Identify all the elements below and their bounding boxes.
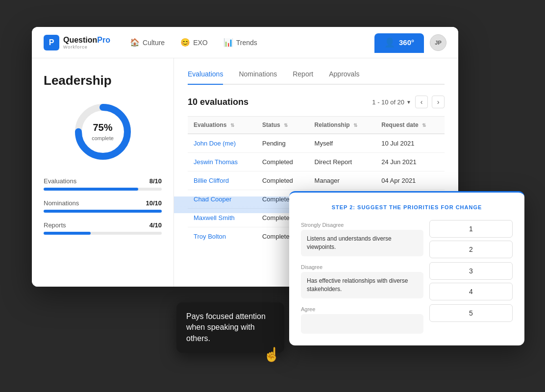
step2-text-1: Listens and understands diverse viewpoin… [301,230,423,256]
sort-icon: ⇅ [422,122,426,128]
donut-text: complete [92,135,114,141]
nav-item-label: Culture [143,39,165,47]
stat-label: Reports [44,221,66,229]
logo-name: QuestionPro [63,36,110,45]
stat-value: 4/10 [149,221,162,229]
pagination-next[interactable]: › [432,96,445,108]
stat-value: 8/10 [149,177,162,185]
donut-chart: 75% complete [44,100,162,164]
chart-icon: 📊 [223,38,233,47]
eval-date: 04 Apr 2021 [375,172,445,190]
step2-num-5[interactable]: 5 [429,304,513,322]
logo-subtitle: Workforce [63,45,110,49]
sidebar-title: Leadership [44,73,162,88]
col-request-date[interactable]: Request date ⇅ [375,117,445,134]
tab-nominations[interactable]: Nominations [239,70,277,85]
col-status[interactable]: Status ⇅ [256,117,309,134]
step2-num-2[interactable]: 2 [429,241,513,258]
step2-num-3[interactable]: 3 [429,262,513,280]
logo-icon: P [44,35,59,50]
eval-name[interactable]: Troy Bolton [188,227,256,246]
eval-name[interactable]: John Doe (me) [188,134,256,153]
tooltip-text: Pays focused attention when speaking wit… [186,312,266,343]
step2-label-3: Agree [301,304,345,312]
eval-relationship: Manager [309,172,376,190]
donut-percent: 75% [92,122,114,133]
table-row: John Doe (me) Pending Myself 10 Jul 2021 [188,134,445,153]
step2-text-2: Has effective relationships with diverse… [301,272,423,298]
step2-numbers-2: 3 4 [429,262,513,300]
stat-nominations: Nominations 10/10 [44,199,162,213]
sort-icon: ⇅ [353,122,357,128]
tab-evaluations[interactable]: Evaluations [188,70,223,85]
step2-label-1: Strongly Disagree [301,220,345,228]
step2-label-2: Disagree [301,262,345,270]
nav-item-exo[interactable]: 😊 EXO [180,38,208,47]
tab-approvals[interactable]: Approvals [329,70,359,85]
logo-text: QuestionPro Workforce [63,36,110,49]
tab-report[interactable]: Report [293,70,313,85]
eval-status: Pending [256,134,309,153]
eval-relationship: Myself [309,134,376,153]
logo: P QuestionPro Workforce [44,35,110,50]
home-icon: 🏠 [130,38,140,47]
nav-item-label: Trends [236,39,257,47]
sidebar: Leadership 75% complete [32,58,174,287]
person-360-icon: 👤 [384,37,395,48]
nav-items: 🏠 Culture 😊 EXO 📊 Trends [130,38,374,47]
nav-360[interactable]: 👤 360° [374,33,424,52]
eval-status: Completed [256,153,309,172]
step2-num-1[interactable]: 1 [429,220,513,238]
donut-wrapper: 75% complete [71,100,135,164]
stat-bar-fill [44,188,138,191]
eval-name[interactable]: Billie Clifford [188,172,256,190]
tabs: Evaluations Nominations Report Approvals [188,70,445,85]
step2-text-3 [301,314,423,334]
eval-relationship: Direct Report [309,153,376,172]
stat-bar-bg [44,210,162,213]
cursor-icon: ☝ [263,346,280,363]
nav-360-label: 360° [399,38,414,47]
eval-date: 10 Jul 2021 [375,134,445,153]
step2-title: STEP 2: SUGGEST THE PRIORITIES FOR CHANG… [301,204,513,210]
donut-label: 75% complete [92,122,114,142]
step2-num-4[interactable]: 4 [429,283,513,300]
avatar[interactable]: JP [430,34,446,51]
stat-evaluations: Evaluations 8/10 [44,177,162,191]
pagination-text[interactable]: 1 - 10 of 20 ▼ [372,98,411,106]
stat-label: Nominations [44,199,79,207]
pagination-prev[interactable]: ‹ [415,96,428,108]
pagination: 1 - 10 of 20 ▼ ‹ › [372,96,445,108]
stat-bar-bg [44,232,162,235]
eval-count: 10 evaluations [188,97,248,107]
stat-bar-bg [44,188,162,191]
eval-date: 24 Jun 2021 [375,153,445,172]
stat-bar-fill [44,210,162,213]
nav-item-label: EXO [193,39,208,47]
nav-item-culture[interactable]: 🏠 Culture [130,38,165,47]
eval-name[interactable]: Jeswin Thomas [188,153,256,172]
table-row: Billie Clifford Completed Manager 04 Apr… [188,172,445,190]
stat-reports: Reports 4/10 [44,221,162,235]
sort-icon: ⇅ [284,122,288,128]
table-row: Jeswin Thomas Completed Direct Report 24… [188,153,445,172]
step2-numbers: 1 2 [429,220,513,258]
step2-panel: STEP 2: SUGGEST THE PRIORITIES FOR CHANG… [289,191,524,345]
stat-label: Evaluations [44,177,76,185]
sort-icon: ⇅ [230,122,234,128]
stat-bar-fill [44,232,91,235]
tooltip-popup: Pays focused attention when speaking wit… [176,302,284,353]
col-evaluations[interactable]: Evaluations ⇅ [188,117,256,134]
chevron-down-icon: ▼ [406,99,411,105]
nav-bar: P QuestionPro Workforce 🏠 Culture 😊 EXO … [32,27,458,58]
eval-header: 10 evaluations 1 - 10 of 20 ▼ ‹ › [188,96,445,108]
col-relationship[interactable]: Relationship ⇅ [309,117,376,134]
nav-item-trends[interactable]: 📊 Trends [223,38,257,47]
emoji-icon: 😊 [180,38,190,47]
eval-status: Completed [256,172,309,190]
stat-value: 10/10 [146,199,162,207]
